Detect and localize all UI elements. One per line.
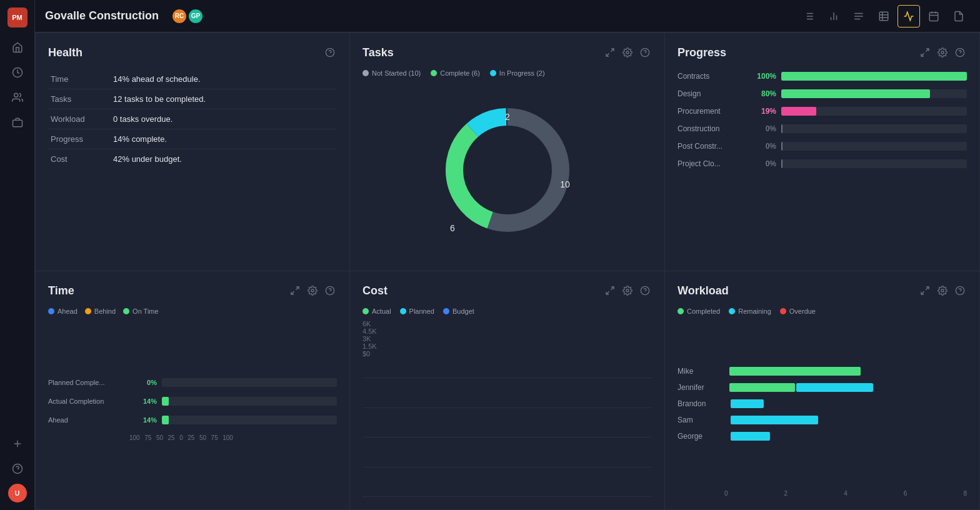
svg-line-45 <box>296 287 299 290</box>
progress-bar-bg <box>781 89 967 98</box>
legend-dot <box>678 308 684 314</box>
progress-bar-bg <box>781 159 967 168</box>
avatar-gp: GP <box>188 8 204 24</box>
time-row: Planned Comple... 0% <box>48 378 337 387</box>
legend-dot <box>431 70 437 76</box>
cost-gear-icon[interactable] <box>621 284 634 298</box>
health-panel-icons <box>323 46 337 59</box>
time-help-icon[interactable] <box>323 284 337 298</box>
legend-dot <box>443 308 449 314</box>
health-table: Time14% ahead of schedule.Tasks12 tasks … <box>48 69 337 169</box>
sidebar-item-add[interactable] <box>8 434 28 454</box>
progress-row: Design 80% <box>678 89 967 98</box>
workload-help-icon[interactable] <box>953 284 967 298</box>
workload-completed-bar <box>729 383 795 392</box>
workload-header: Workload <box>678 284 967 298</box>
topbar: Govalle Construction RC GP <box>35 0 980 32</box>
svg-point-57 <box>941 289 944 292</box>
cost-help-icon[interactable] <box>638 284 652 298</box>
workload-bars <box>729 367 967 376</box>
legend-dot <box>362 70 369 76</box>
time-expand-icon[interactable] <box>288 284 302 298</box>
workload-bars <box>729 416 967 424</box>
time-chart: Planned Comple... 0% Actual Completion 1… <box>48 322 337 497</box>
tasks-legend-item: Complete (6) <box>431 69 480 77</box>
progress-expand-icon[interactable] <box>918 46 932 59</box>
dashboard-grid: Health Time14% ahead of schedule.Tasks12… <box>35 32 980 510</box>
svg-line-46 <box>291 291 294 294</box>
list-view-button[interactable] <box>798 5 820 28</box>
svg-point-47 <box>311 289 314 292</box>
cost-expand-icon[interactable] <box>603 284 617 298</box>
svg-line-51 <box>606 291 609 294</box>
progress-bar-fill <box>781 72 967 81</box>
tasks-panel-icons <box>603 46 652 59</box>
workload-panel: Workload CompletedRemainingOverdue Mike <box>665 271 980 510</box>
bar-chart-button[interactable] <box>822 5 845 28</box>
progress-row: Contracts 100% <box>678 72 967 81</box>
workload-bars <box>729 432 967 441</box>
time-bar-bg <box>162 397 337 406</box>
progress-bar-empty <box>781 142 782 151</box>
progress-title: Progress <box>678 46 726 59</box>
legend-dot <box>780 308 786 314</box>
cost-legend-item: Budget <box>443 308 474 315</box>
file-button[interactable] <box>948 5 970 28</box>
svg-line-56 <box>921 291 924 294</box>
time-legend-item: On Time <box>123 308 159 315</box>
tasks-gear-icon[interactable] <box>621 46 634 59</box>
progress-gear-icon[interactable] <box>936 46 949 59</box>
progress-row: Post Constr... 0% <box>678 142 967 151</box>
workload-expand-icon[interactable] <box>918 284 932 298</box>
main-content: Govalle Construction RC GP <box>35 0 980 510</box>
workload-legend-item: Remaining <box>729 308 771 315</box>
workload-title: Workload <box>678 284 729 298</box>
workload-bars <box>729 383 967 392</box>
cost-bars <box>362 378 652 497</box>
progress-help-icon[interactable] <box>953 46 967 59</box>
tasks-panel: Tasks Not Started (10)Complete (6)In Pro… <box>350 32 665 271</box>
svg-line-40 <box>926 49 929 52</box>
align-button[interactable] <box>848 5 870 28</box>
topbar-avatars: RC GP <box>171 8 204 24</box>
progress-rows: Contracts 100% Design 80% Procurement 19… <box>678 72 967 168</box>
legend-dot <box>48 308 54 314</box>
sidebar-item-clock[interactable] <box>8 62 28 82</box>
workload-gear-icon[interactable] <box>936 284 949 298</box>
sidebar-item-users[interactable] <box>8 88 28 108</box>
svg-point-42 <box>941 51 944 54</box>
svg-point-52 <box>626 289 629 292</box>
workload-remaining-bar <box>731 416 818 424</box>
tasks-expand-icon[interactable] <box>603 46 617 59</box>
workload-chart: Mike Jennifer Brandon Sam George 0 2 4 6… <box>678 322 967 497</box>
health-help-icon[interactable] <box>323 46 337 59</box>
sidebar-item-briefcase[interactable] <box>8 112 28 132</box>
health-header: Health <box>48 46 337 59</box>
sidebar-item-home[interactable] <box>8 38 28 58</box>
cost-header: Cost <box>362 284 652 298</box>
time-bar-fill <box>162 397 169 406</box>
time-row: Ahead 14% <box>48 416 337 424</box>
tasks-legend: Not Started (10)Complete (6)In Progress … <box>362 69 652 77</box>
progress-bar-empty <box>781 124 782 133</box>
svg-line-50 <box>611 287 614 290</box>
workload-legend: CompletedRemainingOverdue <box>678 308 967 315</box>
health-row: Cost42% under budget. <box>48 149 337 169</box>
tasks-help-icon[interactable] <box>638 46 652 59</box>
app-logo[interactable]: PM <box>8 8 28 28</box>
progress-bar-bg <box>781 72 967 81</box>
user-avatar[interactable]: U <box>8 484 27 502</box>
time-row: Actual Completion 14% <box>48 397 337 406</box>
time-bar-bg <box>162 416 337 424</box>
tasks-legend-item: Not Started (10) <box>362 69 421 77</box>
workload-remaining-bar <box>731 399 764 408</box>
pulse-button[interactable] <box>898 5 920 28</box>
workload-row: Mike <box>678 367 967 376</box>
sidebar-item-help[interactable] <box>8 459 28 479</box>
cost-panel-icons <box>603 284 652 298</box>
table-button[interactable] <box>872 5 895 28</box>
time-gear-icon[interactable] <box>306 284 319 298</box>
svg-line-41 <box>921 53 924 56</box>
calendar-button[interactable] <box>922 5 945 28</box>
workload-remaining-bar <box>796 383 873 392</box>
